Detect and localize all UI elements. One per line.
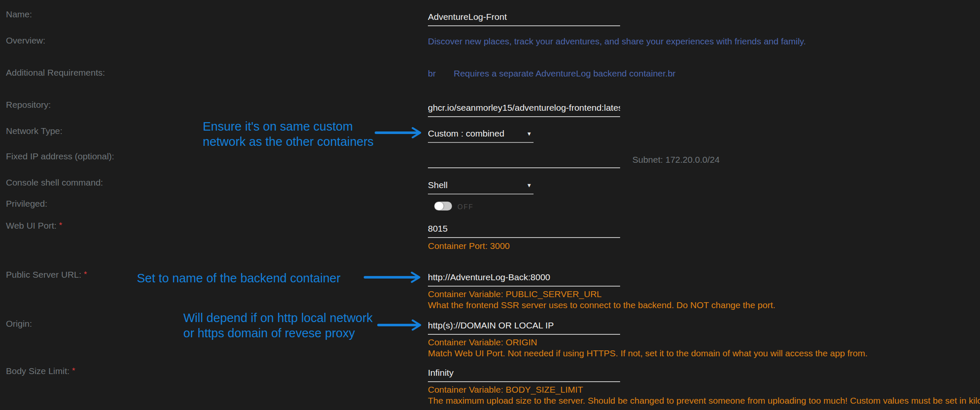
annotation-origin: Will depend if on http local network or … [183,310,373,341]
additional-requirements-prefix: br [428,68,436,79]
required-asterisk: * [59,221,62,230]
public-server-url-help-1: Container Variable: PUBLIC_SERVER_URL [428,289,602,299]
annotation-network: Ensure it's on same custom network as th… [203,119,374,149]
web-ui-port-label: Web UI Port:* [6,221,62,231]
repository-value: ghcr.io/seanmorley15/adventurelog-fronte… [428,103,620,112]
network-type-label: Network Type: [6,126,63,136]
web-ui-port-input[interactable]: 8015 [428,224,620,238]
privileged-toggle[interactable] [434,202,452,210]
web-ui-port-value: 8015 [428,224,448,233]
name-label: Name: [6,9,32,19]
body-size-limit-help-1: Container Variable: BODY_SIZE_LIMIT [428,385,583,395]
dropdown-arrow-icon: ▼ [526,182,532,189]
public-server-url-help-2: What the frontend SSR server uses to con… [428,300,776,310]
repository-input[interactable]: ghcr.io/seanmorley15/adventurelog-fronte… [428,103,620,117]
console-shell-select[interactable]: Shell ▼ [428,180,534,194]
public-server-url-label: Public Server URL:* [6,270,87,280]
annotation-arrow-network [374,125,424,140]
origin-help-1: Container Variable: ORIGIN [428,337,537,347]
body-size-limit-value: Infinity [428,368,454,377]
required-asterisk: * [84,270,87,279]
public-server-url-input[interactable]: http://AdventureLog-Back:8000 [428,272,620,287]
annotation-arrow-origin [377,317,424,333]
toggle-knob [435,202,444,210]
annotation-public-server-url: Set to name of the backend container [137,271,340,286]
origin-value: http(s)://DOMAIN OR LOCAL IP [428,320,554,330]
network-type-select[interactable]: Custom : combined ▼ [428,128,534,143]
overview-text: Discover new places, track your adventur… [428,36,806,46]
repository-label: Repository: [6,100,51,110]
body-size-limit-help-2: The maximum upload size to the server. S… [428,396,980,406]
dropdown-arrow-icon: ▼ [526,131,532,137]
fixed-ip-input[interactable] [428,154,620,168]
privileged-state: OFF [457,203,474,211]
public-server-url-value: http://AdventureLog-Back:8000 [428,272,550,282]
console-shell-value: Shell [428,180,448,190]
body-size-limit-input[interactable]: Infinity [428,368,620,382]
additional-requirements-text: Requires a separate AdventureLog backend… [454,68,675,79]
name-input[interactable]: AdventureLog-Front [428,12,620,26]
network-type-value: Custom : combined [428,128,504,138]
container-config-page: Name: AdventureLog-Front Overview: Disco… [0,0,980,410]
overview-label: Overview: [6,36,45,46]
origin-input[interactable]: http(s)://DOMAIN OR LOCAL IP [428,320,620,335]
required-asterisk: * [72,366,75,375]
origin-help-2: Match Web UI Port. Not needed if using H… [428,348,868,358]
subnet-note: Subnet: 172.20.0.0/24 [632,155,720,165]
console-shell-label: Console shell command: [6,178,103,188]
body-size-limit-label: Body Size Limit:* [6,366,75,376]
additional-requirements-label: Additional Requirements: [6,68,105,78]
origin-label: Origin: [6,319,32,329]
annotation-arrow-public-server-url [363,270,423,285]
name-value: AdventureLog-Front [428,12,507,22]
fixed-ip-label: Fixed IP address (optional): [6,151,114,161]
web-ui-port-help: Container Port: 3000 [428,241,510,251]
privileged-label: Privileged: [6,199,47,209]
